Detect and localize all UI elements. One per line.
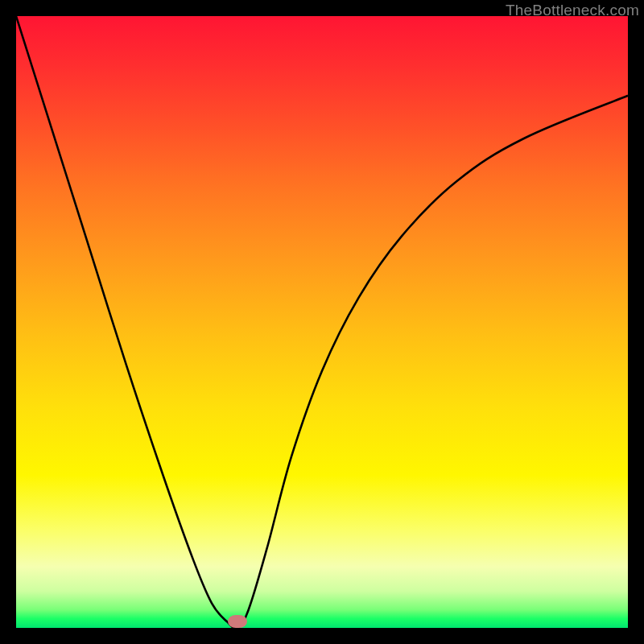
- curve-path: [16, 16, 628, 628]
- bottleneck-curve: [16, 16, 628, 628]
- chart-outer-frame: TheBottleneck.com: [0, 0, 644, 644]
- min-marker: [228, 615, 247, 628]
- chart-plot-area: [16, 16, 628, 628]
- watermark-text: TheBottleneck.com: [506, 2, 639, 19]
